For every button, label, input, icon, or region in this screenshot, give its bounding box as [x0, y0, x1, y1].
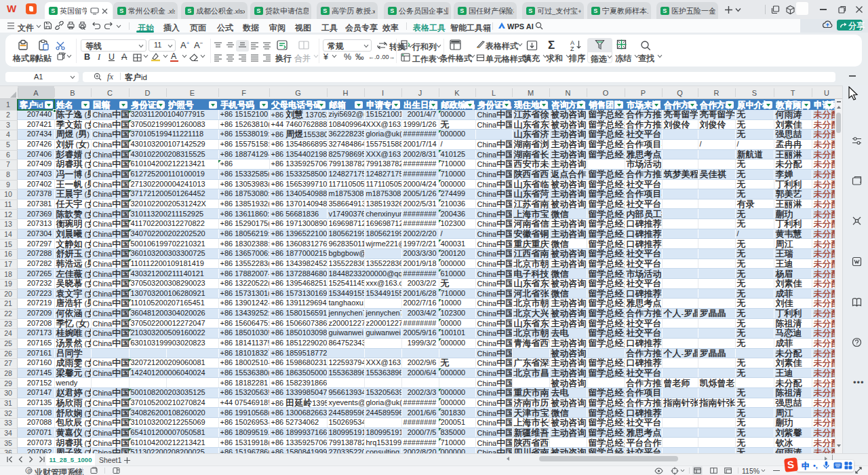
svg-text:Z: Z	[570, 45, 574, 52]
svg-text:@: @	[27, 468, 32, 473]
